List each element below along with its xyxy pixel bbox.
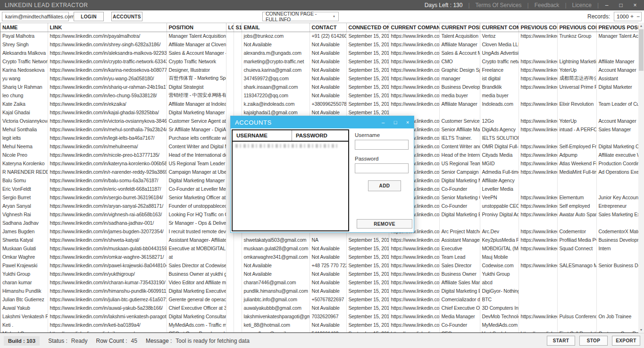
menu-terms-of-services[interactable]: Terms Of Services bbox=[471, 2, 527, 8]
username-input[interactable] bbox=[355, 140, 409, 150]
table-row[interactable]: Pawel Krajewskihttps://www.linkedin.com/… bbox=[0, 261, 638, 270]
table-cell bbox=[226, 83, 234, 91]
table-row[interactable]: Muskaan Gulatihttps://www.linkedin.com/i… bbox=[0, 244, 638, 253]
table-row[interactable]: Omkar Waghrehttps://www.linkedin.com/in/… bbox=[0, 253, 638, 261]
table-row[interactable]: Auwal Yakubhttps://www.linkedin.com/in/a… bbox=[0, 304, 638, 312]
maximize-icon[interactable]: □ bbox=[614, 0, 628, 10]
table-cell: SALESmanago Marke bbox=[557, 261, 596, 270]
table-cell: 347459972@qq.com bbox=[242, 74, 309, 83]
table-row[interactable]: Shrey Singhhttps://www.linkedin.com/in/s… bbox=[0, 40, 638, 49]
password-column-header[interactable]: PASSWORD bbox=[292, 130, 348, 141]
add-button[interactable]: ADD bbox=[368, 180, 401, 191]
table-cell: Sales Marketing Exec bbox=[596, 210, 638, 219]
column-header[interactable]: CURRENT COMPANY ID bbox=[389, 23, 439, 32]
stop-button[interactable]: STOP bbox=[579, 336, 608, 346]
connection-mode-dropdown[interactable]: CONNECTION PAGE - FULL INFO ▼ bbox=[262, 12, 339, 21]
table-row[interactable]: Keti .https://www.linkedin.com/in/keti-b… bbox=[0, 321, 638, 329]
column-header[interactable]: NAME bbox=[0, 23, 48, 32]
table-cell: Lakshmi Venkatesh Parag bbox=[0, 312, 48, 321]
table-cell bbox=[519, 185, 557, 193]
table-cell bbox=[234, 278, 242, 287]
menu-licence[interactable]: Licence bbox=[568, 2, 596, 8]
minimize-icon[interactable]: – bbox=[600, 0, 614, 10]
accounts-grid: USERNAME PASSWORD bbox=[232, 129, 349, 231]
table-cell: abcd bbox=[480, 278, 519, 287]
dialog-minimize-icon[interactable]: – bbox=[377, 116, 389, 128]
column-header[interactable]: EMAIL bbox=[242, 23, 309, 32]
scroll-down-icon[interactable]: ▼ bbox=[638, 327, 644, 333]
table-cell: https://www.linkedin.com/ bbox=[389, 278, 439, 287]
table-cell: Sales & Account Mana bbox=[439, 49, 480, 57]
column-header[interactable]: CONTACT bbox=[309, 23, 346, 32]
scrollbar-thumb[interactable] bbox=[639, 29, 644, 71]
table-cell: Crypto Traffic Network bbox=[167, 57, 226, 66]
table-cell: September 15, 2019 bbox=[346, 57, 389, 66]
table-row[interactable]: Karina Nedosekovahttps://www.linkedin.co… bbox=[0, 66, 638, 74]
table-cell: Elementum bbox=[557, 193, 596, 202]
accounts-button[interactable]: ACCOUNTS bbox=[111, 12, 142, 21]
column-header[interactable]: CURRENT POSITION bbox=[439, 23, 480, 32]
account-email-dropdown[interactable]: karim@mindtechaffiliates.com ▼ bbox=[2, 12, 69, 21]
export-button[interactable]: EXPORT bbox=[612, 336, 640, 346]
table-row[interactable]: Payal Malhotrahttps://www.linkedin.com/i… bbox=[0, 32, 638, 40]
column-header[interactable]: LINK bbox=[48, 23, 167, 32]
start-button[interactable]: START bbox=[547, 336, 575, 346]
menu-feedback[interactable]: Feedback bbox=[530, 2, 564, 8]
remove-button[interactable]: REMOVE bbox=[357, 219, 412, 229]
table-row[interactable]: Yukthi Grouphttps://www.linkedin.com/in/… bbox=[0, 270, 638, 278]
table-cell: https://www.linkedin.com/ bbox=[389, 253, 439, 261]
table-cell bbox=[226, 278, 234, 287]
table-cell bbox=[234, 32, 242, 40]
table-cell bbox=[234, 100, 242, 108]
username-column-header[interactable]: USERNAME bbox=[233, 130, 292, 141]
table-row[interactable]: Crypto Traffic Networkhttps://www.linked… bbox=[0, 57, 638, 66]
close-icon[interactable]: × bbox=[628, 0, 642, 10]
column-header[interactable]: PREVIOUS POSITION bbox=[596, 23, 638, 32]
scroll-up-icon[interactable]: ▲ bbox=[638, 23, 644, 29]
account-row-redacted[interactable] bbox=[233, 142, 348, 150]
column-header[interactable]: S1 bbox=[234, 23, 242, 32]
table-cell bbox=[596, 253, 638, 261]
plus-icon[interactable]: + bbox=[629, 13, 635, 20]
table-cell: azragofborg@gmail.com bbox=[242, 329, 309, 333]
table-cell: https://www.linkedin.com/in/muskaan-gula… bbox=[48, 244, 167, 253]
table-cell: Executive at MOBDIGITAL (Mobi bbox=[167, 244, 226, 253]
table-cell: manager bbox=[439, 74, 480, 83]
table-cell: charan7446@gmail.com bbox=[242, 278, 309, 287]
table-row[interactable]: leo chunghttps://www.linkedin.com/in/leo… bbox=[0, 91, 638, 100]
table-cell bbox=[480, 219, 519, 227]
table-row[interactable]: Aleksandra Malkovahttps://www.linkedin.c… bbox=[0, 49, 638, 57]
table-cell: https://www.linkedin.com/ bbox=[519, 74, 557, 83]
table-row[interactable]: charan kumarhttps://www.linkedin.com/in/… bbox=[0, 278, 638, 287]
table-row[interactable]: Julian Btc Gutierrezhttps://www.linkedin… bbox=[0, 295, 638, 304]
column-header[interactable]: PREVIOUS COMPANY bbox=[519, 23, 557, 32]
table-row[interactable]: Lakshmi Venkatesh Paraghttps://www.linke… bbox=[0, 312, 638, 321]
table-cell: September 15, 2019 bbox=[346, 100, 389, 108]
table-row[interactable]: yu wanghttps://www.linkedin.com/in/yu-wa… bbox=[0, 74, 638, 83]
dialog-maximize-icon[interactable]: □ bbox=[389, 116, 401, 128]
minus-icon[interactable]: − bbox=[635, 13, 641, 20]
table-scrollbar[interactable]: ▲ ▼ bbox=[638, 23, 644, 333]
table-cell: Crypto traffic networ bbox=[480, 57, 519, 66]
table-cell: https://www.linkedin.com/in/julian-btc-g… bbox=[48, 295, 167, 304]
table-cell: Graphic Design Special bbox=[439, 66, 480, 74]
table-row[interactable]: Shweta Katyalhttps://www.linkedin.com/in… bbox=[0, 236, 638, 244]
table-row[interactable]: Shariq Ur Rahmanhttps://www.linkedin.com… bbox=[0, 83, 638, 91]
column-header[interactable]: POSITION bbox=[167, 23, 226, 32]
column-header[interactable]: LC bbox=[226, 23, 234, 32]
column-header[interactable]: CURRENT COMPANY bbox=[480, 23, 519, 32]
column-header[interactable]: PREVIOUS COMPANY bbox=[557, 23, 596, 32]
table-row[interactable]: Michael Garzahttps://www.linkedin.com/in… bbox=[0, 329, 638, 333]
password-input[interactable] bbox=[355, 163, 409, 173]
column-header[interactable]: CONNECTED ON bbox=[346, 23, 389, 32]
dialog-close-icon[interactable]: × bbox=[401, 116, 414, 128]
table-cell: Himanshu Pundlik bbox=[0, 287, 48, 295]
table-cell: Aryan Sanyal bbox=[0, 202, 48, 210]
table-row[interactable]: Himanshu Pundlikhttps://www.linkedin.com… bbox=[0, 287, 638, 295]
login-button[interactable]: LOGIN bbox=[74, 12, 104, 21]
table-cell: Profiliad Media Pvt. L bbox=[557, 236, 596, 244]
records-value[interactable]: 1000 bbox=[614, 14, 629, 19]
table-row[interactable]: Kate Zaikahttps://www.linkedin.com/in/ek… bbox=[0, 100, 638, 108]
table-cell: Affiliate Manager at Cloven Med bbox=[167, 40, 226, 49]
table-cell: September 15, 2019 bbox=[346, 49, 389, 57]
